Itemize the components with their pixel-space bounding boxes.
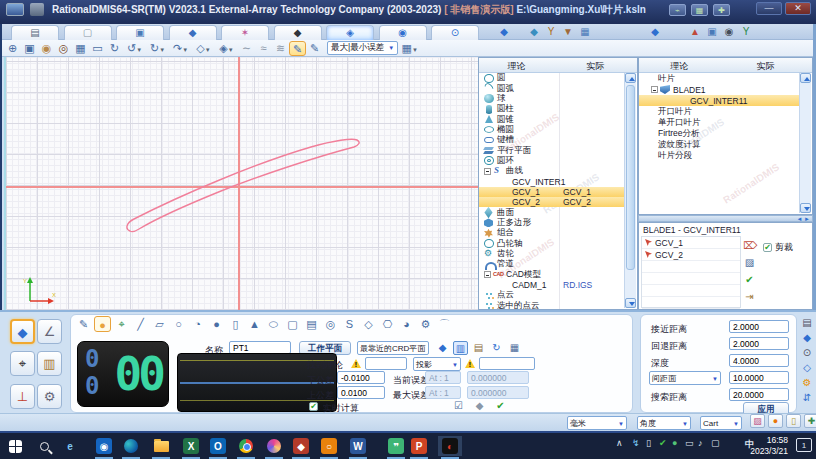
iso-view-icon[interactable]: ◇▼ [192,41,215,56]
tree-item-blade-segment[interactable]: 叶片分段 [639,150,800,161]
crd-plane-dropdown[interactable]: 最靠近的CRD平面▼ [357,341,429,355]
pan-icon[interactable]: ⊕▼ [4,41,21,56]
minimize-button[interactable]: — [756,2,782,15]
lower-tolerance-input[interactable] [337,371,385,384]
close-button[interactable]: ✕ [785,2,811,15]
feature-tree-scrollbar[interactable] [624,73,636,308]
probe-head-button[interactable]: ⌖ [10,351,35,376]
tree-item-cad-model[interactable]: CAD模型 [479,270,624,280]
scroll-up-button[interactable] [800,73,811,83]
rotate-x-icon[interactable]: ↺▼ [123,41,146,56]
tree-item-gcv-1[interactable]: GCV_1 GCV_1 [479,187,624,197]
remote-icon[interactable]: ⌁ [669,4,686,16]
label-icon[interactable]: ✚ [804,414,816,428]
design-icon[interactable] [262,436,286,456]
approach-distance-input[interactable] [729,320,789,333]
list-mode-icon[interactable]: ▤ [471,341,486,355]
tab-curve[interactable]: ◉ [379,25,427,40]
curve-full-icon[interactable]: ≋▼ [272,41,289,56]
spacing-input[interactable] [729,371,789,384]
screen-icon[interactable]: ▦ [691,4,708,16]
caliper-button[interactable]: ∠ [37,319,62,344]
graphics-viewport[interactable]: Y X [4,57,478,310]
clip-option[interactable]: ✔ 剪裁 [763,241,793,254]
flag-icon[interactable]: Y [739,26,753,38]
tab-device[interactable]: ◆ [274,25,322,40]
tree-item-open-blade[interactable]: 开口叶片 [639,106,800,117]
excel-icon[interactable]: X [179,436,203,456]
edge-icon[interactable] [119,436,143,456]
tray-display-icon[interactable]: ▢ [711,438,720,448]
surface-icon[interactable]: ◇ [360,316,377,332]
probe-small-icon[interactable]: ◆ [527,26,541,38]
curve-flat-icon[interactable]: ∼▼ [238,41,255,56]
collapse-icon[interactable]: ⇵ [801,391,814,404]
projection-dropdown[interactable]: 投影▼ [413,357,461,371]
machine-button[interactable]: ⚙ [37,384,62,409]
monitor-icon[interactable]: ▦ [578,26,592,38]
theory-column-header[interactable]: 理论 [507,60,525,73]
edit-result-icon[interactable]: ☑ [451,399,466,413]
cylinder-icon[interactable]: ▯ [227,316,244,332]
rotate-mode-icon[interactable]: ↻ [489,341,504,355]
tab-probe[interactable]: ◆ [169,25,217,40]
error-mode-dropdown[interactable]: 最大|最小误差▼ [327,41,398,55]
slot-icon[interactable]: ▢ [284,316,301,332]
spacing-plane-dropdown[interactable]: 间距面▼ [649,371,721,385]
units-dropdown[interactable]: 毫米▼ [567,416,627,430]
tree-item-blade-root[interactable]: 叶片 [639,73,800,84]
ie-icon[interactable]: e [58,436,82,456]
scroll-down-button[interactable] [625,298,636,308]
tray-expand-icon[interactable]: ∧ [616,438,623,448]
chrome-icon[interactable] [234,436,258,456]
scroll-down-button[interactable] [800,203,811,213]
point-icon[interactable]: ● [94,316,111,332]
orbit-icon[interactable]: ◉▼ [38,41,55,56]
tree-item-torus[interactable]: 圆环 [479,156,624,166]
sphere-icon[interactable]: ● [208,316,225,332]
outlook-icon[interactable]: O [206,436,230,456]
pen-select-icon[interactable]: ✎▼ [289,41,306,56]
scroll-up-button[interactable] [625,73,636,83]
shield-icon[interactable]: ◆ [289,436,313,456]
tool-y-icon[interactable]: Y [544,26,558,38]
toolbox-button[interactable]: ▥ [37,351,62,376]
arc-icon[interactable]: ◔ [189,316,206,332]
tab-feature[interactable]: ◈ [326,25,374,40]
wechat-icon[interactable]: ❞ [384,436,408,456]
tree-item-firtree[interactable]: Firtree分析 [639,128,800,139]
tray-check-icon[interactable]: ✔ [659,438,667,448]
print-icon[interactable]: ▤ [801,316,814,329]
curve-mid-icon[interactable]: ≈▼ [255,41,272,56]
notebook-icon[interactable]: ▯ [786,414,801,428]
blade-tree-scrollbar[interactable] [799,73,811,213]
tree-item-gcv-inter1[interactable]: GCV_INTER1 [479,176,624,186]
tolerance-ball-icon[interactable]: ● [768,414,783,428]
curve-icon[interactable]: S [341,316,358,332]
axes-button[interactable]: ⊥ [10,384,35,409]
coord-dropdown[interactable]: Cart▼ [700,416,742,430]
tab-report[interactable]: ⊙ [431,25,479,40]
tree-item-curve[interactable]: 曲线 [479,166,624,176]
camera-icon[interactable]: ◉ [722,26,736,38]
tree-item-pipe[interactable]: 管道 [479,259,624,269]
panel-splitter[interactable]: ◄ ► [638,215,813,222]
tab-home[interactable]: ▤ [11,25,59,40]
cone-icon[interactable]: ▲ [246,316,263,332]
upper-tolerance-input[interactable] [337,386,385,399]
tab-file[interactable]: ▢ [64,25,112,40]
torus-icon[interactable]: ◎ [322,316,339,332]
card-mode-icon[interactable]: ▦ [507,341,522,355]
window-select-icon[interactable]: ▭▼ [89,41,106,56]
tray-battery-icon[interactable]: ▭ [685,438,694,448]
disc-icon[interactable]: ◕ [398,316,415,332]
exit-icon[interactable]: ⇥ [743,290,756,303]
rotate-view-icon[interactable]: ↻▼ [106,41,123,56]
rotate-y-icon[interactable]: ↻▼ [146,41,169,56]
shield-brown-icon[interactable]: ▼ [561,26,575,38]
probe-tool-icon[interactable]: ◆ [801,331,814,344]
tree-item-single-open-blade[interactable]: 单开口叶片 [639,117,800,128]
depth-input[interactable] [729,354,789,367]
fit-view-icon[interactable]: ▦▼ [72,41,89,56]
plane-icon[interactable]: ▱ [151,316,168,332]
